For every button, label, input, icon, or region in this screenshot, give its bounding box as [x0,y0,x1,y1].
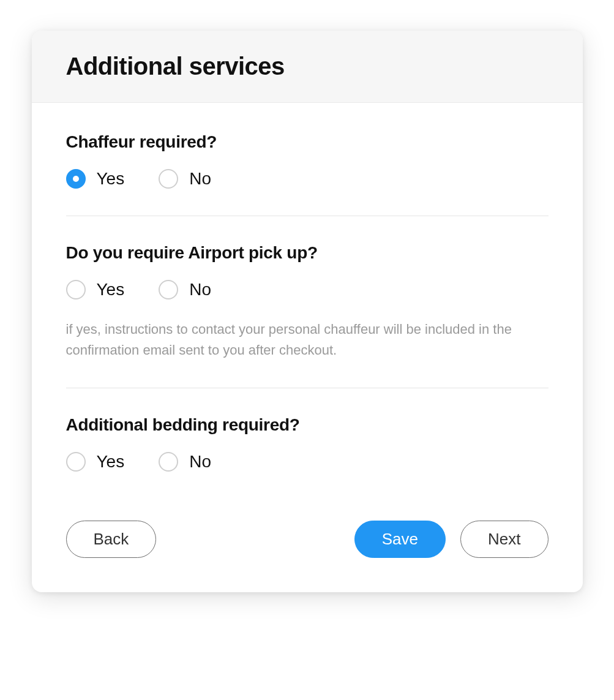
radio-icon [66,280,86,299]
radio-icon [66,452,86,472]
radio-label: Yes [97,169,125,189]
save-button[interactable]: Save [354,521,446,558]
question-airport-pickup: Do you require Airport pick up? Yes No i… [66,243,548,383]
radio-group-bedding: Yes No [66,452,548,472]
question-chauffeur: Chaffeur required? Yes No [66,132,548,211]
next-button[interactable]: Next [460,521,548,558]
radio-label: No [189,169,211,189]
question-label: Chaffeur required? [66,132,548,152]
help-text: if yes, instructions to contact your per… [66,319,548,361]
radio-label: No [189,452,211,472]
radio-icon [159,452,178,472]
radio-label: Yes [97,452,125,472]
card-body: Chaffeur required? Yes No Do you require… [32,103,583,592]
radio-airport-yes[interactable]: Yes [66,280,125,299]
form-card: Additional services Chaffeur required? Y… [32,31,583,592]
radio-label: No [189,280,211,299]
divider [66,216,548,216]
radio-bedding-no[interactable]: No [159,452,211,472]
radio-chauffeur-no[interactable]: No [159,169,211,189]
card-header: Additional services [32,31,583,103]
button-row: Back Save Next [66,521,548,558]
radio-label: Yes [97,280,125,299]
radio-airport-no[interactable]: No [159,280,211,299]
radio-icon [66,169,86,189]
radio-group-chauffeur: Yes No [66,169,548,189]
question-label: Do you require Airport pick up? [66,243,548,263]
radio-icon [159,280,178,299]
radio-bedding-yes[interactable]: Yes [66,452,125,472]
radio-icon [159,169,178,189]
divider [66,388,548,388]
radio-chauffeur-yes[interactable]: Yes [66,169,125,189]
question-bedding: Additional bedding required? Yes No [66,415,548,494]
radio-group-airport: Yes No [66,280,548,299]
question-label: Additional bedding required? [66,415,548,435]
page-title: Additional services [66,53,548,80]
button-right-group: Save Next [354,521,548,558]
back-button[interactable]: Back [66,521,157,558]
